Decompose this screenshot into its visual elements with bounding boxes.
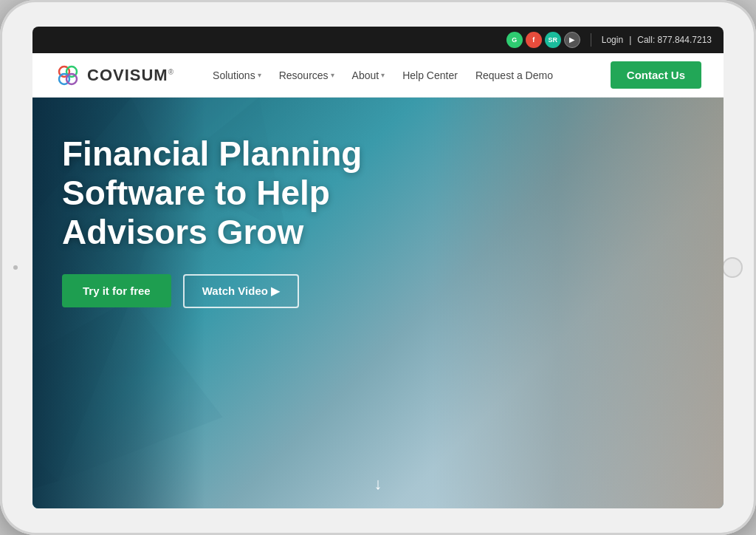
topbar-icon-play[interactable]: ▶ (564, 32, 580, 48)
topbar-divider (591, 33, 591, 47)
logo-sup: ® (168, 67, 174, 75)
nav-about[interactable]: About ▾ (343, 69, 394, 81)
topbar-icon-g[interactable]: G (506, 32, 523, 48)
solutions-chevron: ▾ (258, 71, 261, 79)
hero-content: Financial Planning Software to Help Advi… (32, 98, 461, 330)
hero-section: Financial Planning Software to Help Advi… (32, 98, 724, 508)
topbar-login[interactable]: Login (602, 35, 623, 45)
hero-buttons: Try it for free Watch Video ▶ (62, 274, 431, 308)
logo-text: COVISUM® (87, 66, 174, 85)
contact-us-button[interactable]: Contact Us (611, 61, 701, 89)
topbar-phone: Call: 877.844.7213 (637, 35, 712, 45)
svg-point-3 (66, 74, 77, 84)
logo[interactable]: COVISUM® (55, 62, 174, 89)
watch-video-button[interactable]: Watch Video ▶ (183, 274, 299, 308)
nav-solutions[interactable]: Solutions ▾ (204, 69, 270, 81)
tablet-screen: G f SR ▶ Login | Call: 877.844.7213 (32, 27, 724, 508)
scroll-indicator[interactable]: ↓ (374, 474, 382, 494)
top-bar-icons: G f SR ▶ (506, 32, 580, 48)
try-free-button[interactable]: Try it for free (62, 274, 171, 307)
logo-icon (55, 62, 81, 89)
nav-links: Solutions ▾ Resources ▾ About ▾ Help Cen… (204, 69, 611, 81)
top-bar: G f SR ▶ Login | Call: 877.844.7213 (32, 27, 724, 53)
tablet-side-button (13, 265, 18, 270)
hero-title: Financial Planning Software to Help Advi… (62, 134, 431, 252)
main-nav: COVISUM® Solutions ▾ Resources ▾ About ▾… (32, 53, 724, 98)
topbar-icon-sr[interactable]: SR (545, 32, 561, 48)
nav-request-demo[interactable]: Request a Demo (467, 69, 562, 81)
nav-resources[interactable]: Resources ▾ (270, 69, 343, 81)
topbar-divider-text: | (629, 35, 631, 45)
tablet-frame: G f SR ▶ Login | Call: 877.844.7213 (0, 0, 756, 535)
resources-chevron: ▾ (331, 71, 334, 79)
about-chevron: ▾ (381, 71, 385, 79)
tablet-home-button (722, 257, 743, 278)
nav-help-center[interactable]: Help Center (394, 69, 467, 81)
topbar-icon-f[interactable]: f (526, 32, 542, 48)
